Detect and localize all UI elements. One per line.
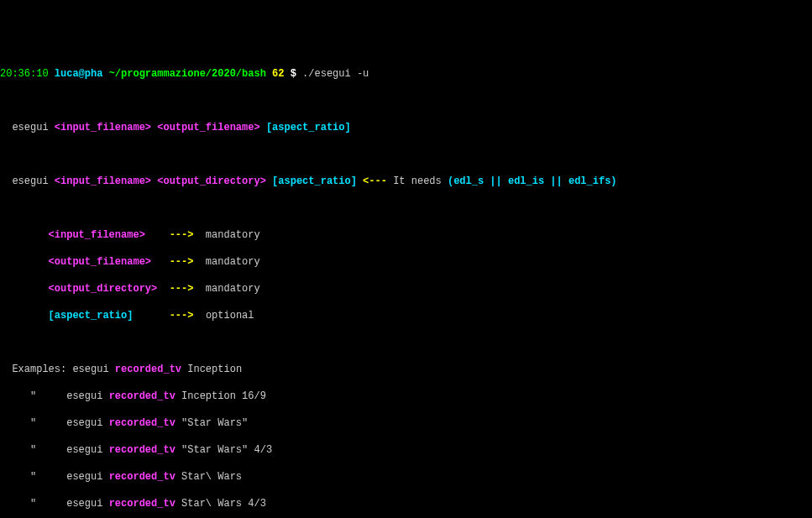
arg-desc: <output_filename> ---> mandatory (0, 255, 812, 269)
blank-line (0, 94, 812, 107)
usage-line-1: esegui <input_filename> <output_filename… (0, 121, 812, 134)
usage-line-2: esegui <input_filename> <output_director… (0, 175, 812, 188)
example-line: " esegui recorded_tv Inception 16/9 (0, 390, 812, 403)
example-line: " esegui recorded_tv "Star Wars" 4/3 (0, 443, 812, 457)
prompt-line[interactable]: 20:36:10 luca@pha ~/programmazione/2020/… (0, 67, 812, 81)
blank-line (0, 201, 812, 215)
prompt-time: 20:36:10 (0, 68, 49, 80)
example-line: " esegui recorded_tv "Star Wars" (0, 416, 812, 430)
example-line: " esegui recorded_tv Star\ Wars 4/3 (0, 497, 812, 510)
blank-line (0, 336, 812, 349)
command-entered: ./esegui -u (302, 68, 369, 80)
prompt-dollar: $ (291, 68, 296, 80)
example-line: Examples: esegui recorded_tv Inception (0, 363, 812, 376)
blank-line (0, 148, 812, 161)
terminal-output: 20:36:10 luca@pha ~/programmazione/2020/… (0, 54, 812, 518)
arg-desc: <output_directory> ---> mandatory (0, 282, 812, 296)
arg-desc: [aspect_ratio] ---> optional (0, 309, 812, 322)
arg-desc: <input_filename> ---> mandatory (0, 228, 812, 242)
prompt-user: luca@pha (55, 68, 103, 80)
prompt-path: ~/programmazione/2020/bash (109, 68, 266, 80)
prompt-hist: 62 (272, 68, 284, 80)
example-line: " esegui recorded_tv Star\ Wars (0, 470, 812, 484)
